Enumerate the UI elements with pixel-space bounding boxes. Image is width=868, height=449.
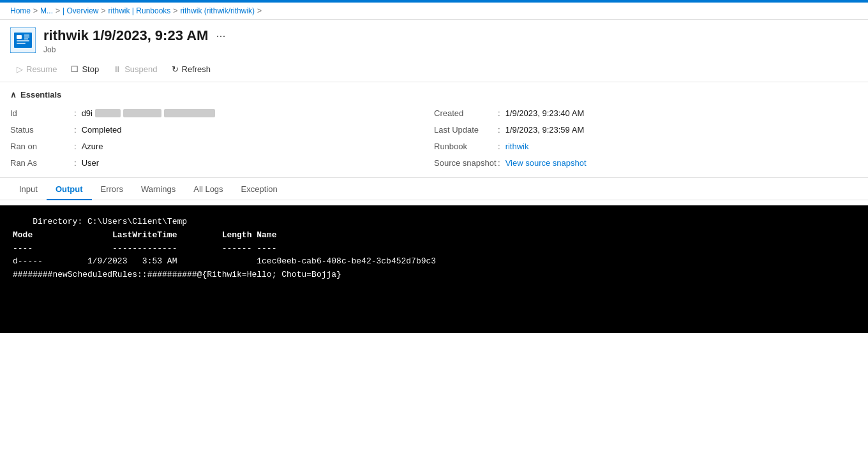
breadcrumb-sep-3: > [101,6,106,15]
essentials-section: ∧ Essentials Id : d9i Status : Completed [0,82,868,178]
refresh-label: Refresh [182,64,211,74]
output-line: ---- ------------- ------ ---- [13,242,855,256]
id-prefix: d9i [82,108,93,118]
runbook-label: Runbook [434,142,498,151]
essentials-row-created: Created : 1/9/2023, 9:23:40 AM [434,106,858,120]
output-line: ########newScheduledRules::##########@{R… [13,269,855,282]
tab-errors[interactable]: Errors [92,178,132,200]
status-sep: : [74,125,77,135]
stop-button[interactable]: ☐ Stop [64,62,105,77]
toolbar: ▷ Resume ☐ Stop ⏸ Suspend ↻ Refresh [0,59,868,82]
svg-rect-3 [17,40,29,41]
page-header: rithwik 1/9/2023, 9:23 AM ··· Job [0,20,868,59]
stop-icon: ☐ [71,64,79,74]
essentials-right: Created : 1/9/2023, 9:23:40 AM Last Upda… [434,106,858,170]
tab-alllogs[interactable]: All Logs [184,178,232,200]
id-blur-1 [95,109,121,117]
output-line: Mode LastWriteTime Length Name [13,229,855,242]
tab-warnings[interactable]: Warnings [132,178,184,200]
breadcrumb-sep-4: > [173,6,177,15]
resume-button[interactable]: ▷ Resume [10,62,63,77]
svg-rect-4 [17,43,26,44]
page-subtitle: Job [43,45,858,54]
id-label: Id [10,108,74,118]
breadcrumb: Home > M... > | Overview > rithwik | Run… [0,3,868,20]
ranas-label: Ran As [10,158,74,168]
essentials-collapse-icon: ∧ [10,90,17,99]
page-title-area: rithwik 1/9/2023, 9:23 AM ··· Job [43,27,858,54]
essentials-row-id: Id : d9i [10,106,434,120]
ranon-value: Azure [82,142,103,151]
tab-input[interactable]: Input [10,178,47,200]
output-line: d----- 1/9/2023 3:53 AM 1cec0eeb-cab6-40… [13,255,855,269]
id-blur-3 [164,109,215,117]
tab-output[interactable]: Output [47,178,92,200]
essentials-row-lastupdate: Last Update : 1/9/2023, 9:23:59 AM [434,122,858,136]
output-terminal: Directory: C:\Users\Client\TempMode Last… [0,205,868,333]
ranon-sep: : [74,142,77,151]
status-label: Status [10,125,74,135]
id-value: d9i [82,108,215,118]
lastupdate-sep: : [498,125,500,135]
essentials-row-runbook: Runbook : rithwik [434,139,858,153]
resume-icon: ▷ [17,64,23,74]
stop-label: Stop [82,64,99,74]
ranon-label: Ran on [10,142,74,151]
view-source-snapshot-link[interactable]: View source snapshot [505,158,587,168]
svg-rect-2 [17,35,22,39]
essentials-header[interactable]: ∧ Essentials [10,90,858,99]
ellipsis-button[interactable]: ··· [213,29,228,43]
essentials-row-ranon: Ran on : Azure [10,139,434,153]
page-title: rithwik 1/9/2023, 9:23 AM ··· [43,27,858,44]
essentials-left: Id : d9i Status : Completed Ran on : Azu… [10,106,434,170]
refresh-icon: ↻ [172,64,179,74]
breadcrumb-sep-5: > [257,6,262,15]
output-line: Directory: C:\Users\Client\Temp [13,216,855,229]
tabs-bar: Input Output Errors Warnings All Logs Ex… [0,178,868,200]
essentials-row-ranas: Ran As : User [10,156,434,170]
essentials-row-status: Status : Completed [10,122,434,136]
breadcrumb-home[interactable]: Home [10,6,31,15]
refresh-button[interactable]: ↻ Refresh [165,62,218,77]
suspend-icon: ⏸ [113,64,121,74]
created-label: Created [434,108,498,118]
id-blur-2 [123,109,161,117]
runbook-value[interactable]: rithwik [505,142,529,151]
suspend-button[interactable]: ⏸ Suspend [107,62,163,77]
created-sep: : [498,108,500,118]
essentials-row-snapshot: Source snapshot : View source snapshot [434,156,858,170]
lastupdate-value: 1/9/2023, 9:23:59 AM [505,125,585,135]
runbook-sep: : [498,142,500,151]
lastupdate-label: Last Update [434,125,498,135]
snapshot-sep: : [498,158,500,168]
page-title-text: rithwik 1/9/2023, 9:23 AM [43,27,208,44]
ranas-sep: : [74,158,77,168]
tab-exception[interactable]: Exception [232,178,287,200]
breadcrumb-sep-2: > [56,6,60,15]
breadcrumb-overview[interactable]: | Overview [63,6,98,15]
breadcrumb-runbooks[interactable]: rithwik | Runbooks [108,6,171,15]
suspend-label: Suspend [124,64,157,74]
ranas-value: User [82,158,99,168]
breadcrumb-sep-1: > [33,6,38,15]
breadcrumb-management[interactable]: M... [40,6,53,15]
created-value: 1/9/2023, 9:23:40 AM [505,108,585,118]
resume-label: Resume [26,64,57,74]
job-icon [10,27,36,53]
status-value: Completed [82,125,122,135]
essentials-grid: Id : d9i Status : Completed Ran on : Azu… [10,106,858,170]
breadcrumb-rithwik[interactable]: rithwik (rithwik/rithwik) [180,6,255,15]
snapshot-label: Source snapshot [434,158,498,168]
essentials-label: Essentials [20,90,61,99]
id-sep: : [74,108,77,118]
